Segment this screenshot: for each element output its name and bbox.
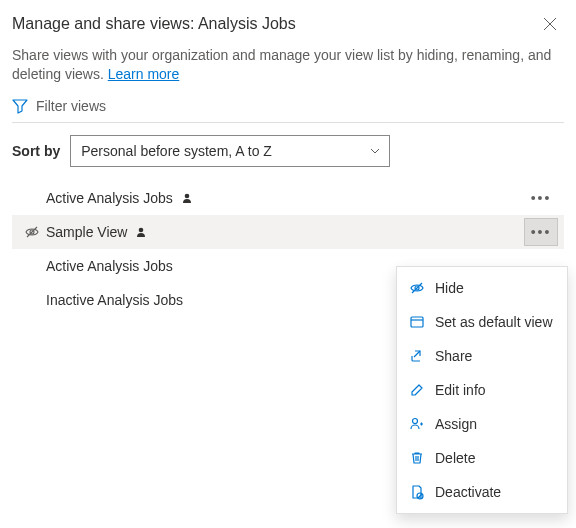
context-menu: HideSet as default viewShareEdit infoAss… xyxy=(396,266,568,514)
close-button[interactable] xyxy=(536,10,564,38)
context-menu-item-label: Share xyxy=(435,348,472,364)
learn-more-link[interactable]: Learn more xyxy=(108,66,180,82)
sort-by-label: Sort by xyxy=(12,143,60,159)
context-menu-item-label: Hide xyxy=(435,280,464,296)
description-text: Share views with your organization and m… xyxy=(12,47,551,82)
sort-by-select[interactable]: Personal before system, A to Z xyxy=(70,135,390,167)
view-label: Inactive Analysis Jobs xyxy=(46,292,183,308)
svg-rect-6 xyxy=(411,317,423,327)
context-menu-item-default[interactable]: Set as default view xyxy=(397,305,567,339)
person-icon xyxy=(135,226,147,238)
hidden-icon xyxy=(24,224,40,240)
more-icon: ••• xyxy=(531,225,552,239)
filter-views-button[interactable]: Filter views xyxy=(12,98,564,122)
default-icon xyxy=(409,314,425,330)
svg-point-8 xyxy=(413,419,418,424)
filter-icon xyxy=(12,98,28,114)
close-icon xyxy=(543,17,557,31)
more-button[interactable]: ••• xyxy=(524,218,558,246)
edit-icon xyxy=(409,382,425,398)
dialog-description: Share views with your organization and m… xyxy=(12,46,564,84)
context-menu-item-label: Delete xyxy=(435,450,475,466)
svg-point-0 xyxy=(185,193,190,198)
hidden-icon-slot xyxy=(18,224,46,240)
context-menu-item-label: Set as default view xyxy=(435,314,553,330)
divider xyxy=(12,122,564,123)
filter-label: Filter views xyxy=(36,98,106,114)
context-menu-item-deactivate[interactable]: Deactivate xyxy=(397,475,567,509)
view-label: Sample View xyxy=(46,224,127,240)
share-icon xyxy=(409,348,425,364)
sort-by-value: Personal before system, A to Z xyxy=(81,143,272,159)
view-row[interactable]: Sample View••• xyxy=(12,215,564,249)
person-icon xyxy=(181,192,193,204)
context-menu-item-assign[interactable]: Assign xyxy=(397,407,567,441)
context-menu-item-label: Edit info xyxy=(435,382,486,398)
view-label: Active Analysis Jobs xyxy=(46,190,173,206)
svg-point-3 xyxy=(139,227,144,232)
view-row[interactable]: Active Analysis Jobs••• xyxy=(12,181,564,215)
deactivate-icon xyxy=(409,484,425,500)
more-button[interactable]: ••• xyxy=(524,184,558,212)
context-menu-item-label: Assign xyxy=(435,416,477,432)
hide-icon xyxy=(409,280,425,296)
more-icon: ••• xyxy=(531,191,552,205)
assign-icon xyxy=(409,416,425,432)
context-menu-item-share[interactable]: Share xyxy=(397,339,567,373)
delete-icon xyxy=(409,450,425,466)
view-label: Active Analysis Jobs xyxy=(46,258,173,274)
chevron-down-icon xyxy=(369,145,381,157)
context-menu-item-edit[interactable]: Edit info xyxy=(397,373,567,407)
context-menu-item-label: Deactivate xyxy=(435,484,501,500)
context-menu-item-hide[interactable]: Hide xyxy=(397,271,567,305)
context-menu-item-delete[interactable]: Delete xyxy=(397,441,567,475)
dialog-title: Manage and share views: Analysis Jobs xyxy=(12,15,296,33)
